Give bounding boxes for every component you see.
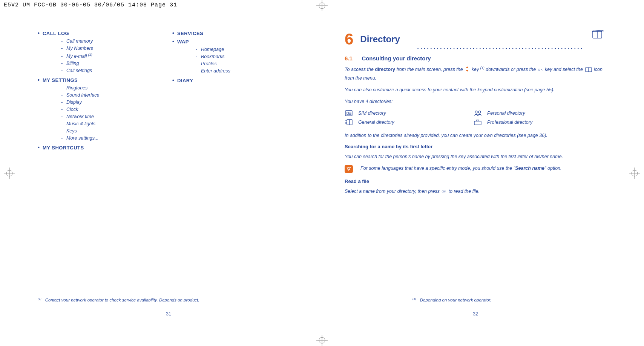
body-paragraph: You can also customize a quick access to…	[345, 86, 603, 94]
menu-item: Enter address	[201, 68, 230, 74]
menu-directory-icon	[585, 67, 592, 74]
menu-item: Profiles	[201, 61, 217, 66]
menu-heading: CALL LOG	[43, 31, 69, 36]
menu-column-1: •CALL LOG -Call memory -My Numbers -My e…	[38, 30, 165, 153]
ok-key-icon: OK	[442, 189, 446, 194]
page-left: •CALL LOG -Call memory -My Numbers -My e…	[30, 25, 307, 319]
menu-item: Keys	[66, 128, 77, 134]
menu-item: Call settings	[66, 68, 92, 73]
personal-icon	[474, 110, 482, 116]
menu-heading: MY SETTINGS	[43, 77, 78, 83]
menu-item: Homepage	[201, 47, 224, 52]
lightbulb-tip-icon	[345, 165, 353, 173]
menu-item: Sound interface	[66, 92, 100, 98]
body-paragraph: You have 4 directories:	[345, 98, 603, 105]
subheading: Read a file	[345, 178, 603, 184]
general-icon	[345, 119, 353, 125]
footnote: (1)Contact your network operator to chec…	[38, 297, 199, 302]
directory-list: SIM directory General directory	[345, 110, 603, 128]
menu-item: My e-mail (1)	[66, 54, 92, 59]
registration-mark-bottom	[316, 335, 328, 346]
svg-line-34	[350, 167, 351, 168]
chapter-number: 6	[345, 30, 353, 48]
menu-item: Music & lights	[66, 121, 95, 126]
ok-key-icon: OK	[538, 68, 543, 72]
directory-label: Professional directory	[487, 120, 532, 125]
svg-line-33	[347, 167, 347, 168]
section-heading: 6.1 Consulting your directory	[345, 55, 603, 62]
svg-point-29	[478, 111, 481, 113]
sim-icon	[345, 110, 353, 116]
menu-item: Bookmarks	[201, 54, 225, 59]
svg-rect-19	[347, 112, 348, 114]
menu-item: Network time	[66, 114, 94, 119]
menu-item: Clock	[66, 107, 78, 112]
menu-column-2: •SERVICES •WAP -Homepage -Bookmarks -Pro…	[172, 30, 299, 153]
page-number: 32	[337, 311, 614, 317]
tip-text: For some languages that have a specific …	[360, 165, 562, 172]
body-paragraph: You can search for the person's name by …	[345, 153, 603, 160]
chapter-title: Directory	[360, 34, 400, 44]
directory-label: SIM directory	[358, 111, 386, 116]
subheading: Searching for a name by its first letter	[345, 144, 603, 149]
registration-mark-left	[4, 168, 15, 179]
professional-icon	[474, 119, 482, 125]
svg-point-31	[348, 168, 350, 170]
print-slug: E5V2_UM_FCC-GB_30-06-05 30/06/05 14:08 P…	[0, 0, 277, 8]
document-spread: E5V2_UM_FCC-GB_30-06-05 30/06/05 14:08 P…	[0, 0, 644, 346]
tip-row: For some languages that have a specific …	[345, 165, 603, 173]
svg-marker-15	[466, 70, 469, 72]
body-paragraph: Select a name from your directory, then …	[345, 188, 603, 195]
menu-item: Call memory	[66, 38, 93, 44]
menu-item: My Numbers	[66, 46, 93, 51]
chapter-heading: 6 Directory ............................…	[345, 30, 603, 48]
page-number: 31	[30, 311, 307, 317]
registration-mark-right	[629, 168, 640, 179]
menu-item: Ringtones	[66, 85, 87, 91]
menu-heading: SERVICES	[177, 31, 204, 36]
svg-point-28	[475, 111, 477, 113]
directory-label: General directory	[358, 120, 394, 125]
directory-label: Personal directory	[487, 111, 525, 116]
directory-icon	[591, 29, 605, 42]
menu-heading: DIARY	[177, 78, 193, 83]
svg-marker-14	[466, 66, 469, 68]
menu-heading: WAP	[177, 39, 189, 45]
leader-dots: ........................................…	[417, 41, 584, 51]
page-right: 6 Directory ............................…	[337, 25, 614, 319]
menu-heading: MY SHORTCUTS	[43, 145, 84, 151]
menu-item: Display	[66, 100, 82, 105]
menu-item: Billing	[66, 61, 79, 66]
nav-key-icon	[465, 66, 469, 74]
registration-mark-top	[316, 0, 328, 11]
body-paragraph: To access the directory from the main sc…	[345, 66, 603, 82]
footnote: (1)Depending on your network operator.	[412, 297, 491, 302]
body-paragraph: In addition to the directories already p…	[345, 132, 603, 139]
svg-rect-30	[474, 121, 481, 125]
menu-item: More settings...	[66, 135, 98, 141]
